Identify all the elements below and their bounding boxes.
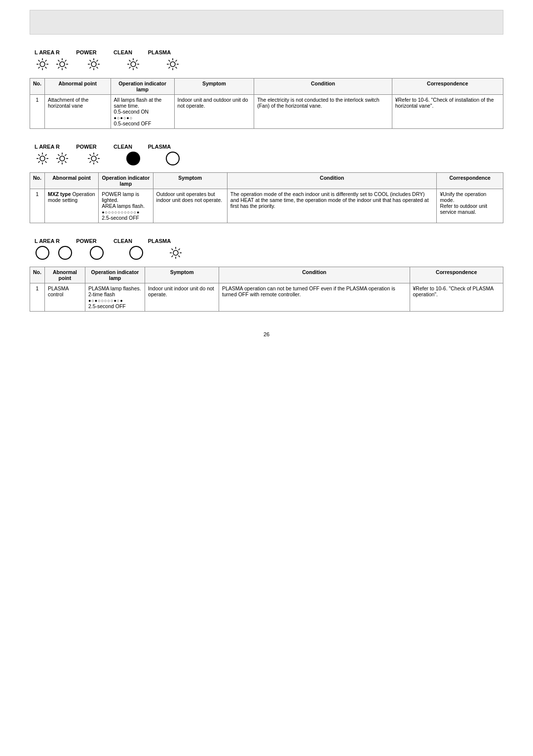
col-condition: Condition [219,267,410,283]
svg-point-45 [40,156,45,161]
svg-line-79 [179,249,180,250]
section3-icon-area-l [35,245,50,261]
svg-line-32 [129,60,131,62]
svg-line-77 [172,249,173,250]
svg-line-71 [90,161,91,163]
svg-line-80 [172,256,173,257]
table-row: 1 Attachment of the horizontal vane All … [30,95,503,129]
svg-point-36 [170,62,175,67]
section1-icon-power [86,56,102,72]
section2-icon-area-l [35,151,50,166]
col-no: No. [30,267,45,283]
svg-line-33 [136,67,138,69]
section2-icon-power [86,151,102,166]
svg-line-5 [38,60,40,62]
svg-point-63 [91,156,96,161]
col-lamp: Operation indicator lamp [99,173,153,189]
svg-line-69 [97,161,98,163]
section1-icon-area-r [54,56,70,72]
table-row: 1 PLASMA control PLASMA lamp flashes. 2-… [30,283,503,312]
col-symptom: Symptom [153,173,227,189]
svg-line-23 [90,60,91,62]
svg-line-51 [45,161,47,163]
svg-line-78 [179,256,180,257]
cell-abnormal: MXZ type Operation mode setting [44,189,98,223]
svg-line-26 [90,67,91,69]
section3-label-area: L AREA R [35,238,60,244]
svg-line-52 [45,155,47,156]
section3-label-clean: CLEAN [108,238,138,244]
svg-line-17 [58,67,60,69]
svg-point-72 [173,250,178,255]
section3-label-plasma: PLASMA [145,238,174,244]
svg-point-54 [60,156,65,161]
cell-condition: The operation mode of the each indoor un… [227,189,437,223]
svg-point-0 [40,62,45,67]
col-lamp: Operation indicator lamp [85,267,145,283]
section2-label-plasma: PLASMA [145,144,174,150]
cell-abnormal: PLASMA control [44,283,85,312]
svg-line-68 [90,155,91,156]
svg-line-8 [38,67,40,69]
svg-point-27 [131,62,136,67]
cell-lamp: PLASMA lamp flashes. 2-time flash ●○●○○○… [85,283,145,312]
svg-line-16 [65,60,67,62]
svg-line-6 [45,67,47,69]
cell-correspondence: ¥Refer to 10-6. "Check of PLASMA operati… [410,283,503,312]
col-symptom: Symptom [145,267,219,283]
col-abnormal: Abnormal point [44,173,98,189]
svg-line-15 [65,67,67,69]
col-correspondence: Correspondence [392,79,503,95]
section1-label-area: L AREA R [35,49,60,55]
cell-lamp: POWER lamp is lighted. AREA lamps flash.… [99,189,153,223]
section-3: L AREA R POWER CLEAN PLASMA [30,238,503,312]
svg-line-25 [97,60,98,62]
svg-line-59 [58,155,60,156]
section3-table: No. Abnormal point Operation indicator l… [30,267,503,312]
page-header [30,10,503,35]
section1-label-clean: CLEAN [108,49,138,55]
svg-line-61 [65,155,67,156]
col-no: No. [30,79,45,95]
section1-icon-plasma [165,56,181,72]
cell-no: 1 [30,189,45,223]
section1-icon-area-l [35,56,50,72]
col-condition: Condition [254,79,392,95]
svg-line-41 [169,60,170,62]
section3-icon-area-r [57,245,73,261]
svg-point-18 [91,62,96,67]
cell-symptom: Outdoor unit operates but indoor unit do… [153,189,227,223]
svg-line-70 [97,155,98,156]
svg-point-9 [60,62,65,67]
section1-label-power: POWER [72,49,101,55]
cell-correspondence: ¥Refer to 10-6. "Check of installation o… [392,95,503,129]
section2-label-clean: CLEAN [108,144,138,150]
section3-icon-clean [128,245,144,261]
section2-icon-clean [125,151,141,166]
section3-icon-plasma [168,245,184,261]
col-abnormal: Abnormal point [44,267,85,283]
section2-table: No. Abnormal point Operation indicator l… [30,172,503,223]
page-number: 26 [30,331,503,337]
section3-label-power: POWER [72,238,101,244]
svg-line-24 [97,67,98,69]
svg-line-44 [169,67,170,69]
cell-lamp: All lamps flash at the same time. 0.5-se… [111,95,174,129]
svg-line-50 [38,155,40,156]
table-row: 1 MXZ type Operation mode setting POWER … [30,189,503,223]
col-no: No. [30,173,45,189]
section3-icon-power [89,245,105,261]
svg-line-35 [129,67,131,69]
cell-no: 1 [30,95,45,129]
svg-line-14 [58,60,60,62]
svg-line-34 [136,60,138,62]
section2-icon-plasma [165,151,181,166]
cell-correspondence: ¥Unify the operation mode.Refer to outdo… [437,189,503,223]
svg-line-53 [38,161,40,163]
section2-icon-area-r [54,151,70,166]
section2-label-power: POWER [72,144,101,150]
col-symptom: Symptom [174,79,254,95]
svg-line-7 [45,60,47,62]
section2-label-area: L AREA R [35,144,60,150]
svg-line-62 [58,161,60,163]
